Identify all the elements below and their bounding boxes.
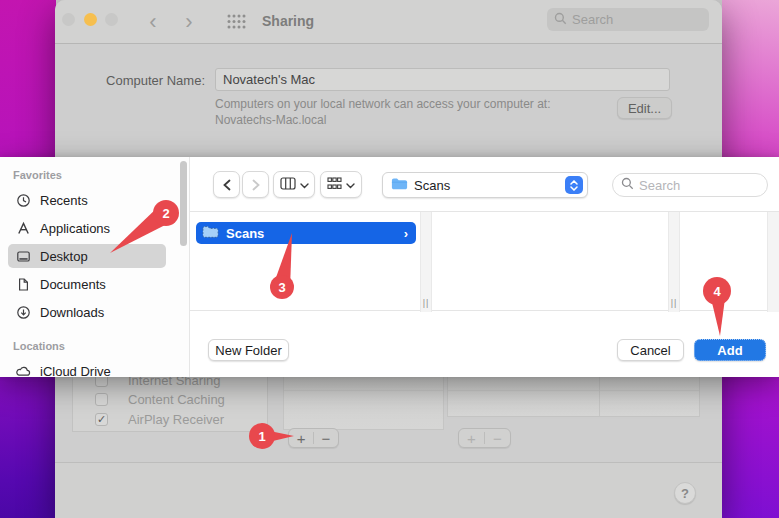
sidebar-item-label: Documents [40,277,106,292]
services-list: Internet Sharing Content Caching ✓ AirPl… [72,377,268,432]
service-detail-pane [447,377,700,417]
service-label: AirPlay Receiver [128,412,224,427]
downloads-icon [15,305,31,320]
folder-icon [202,224,219,242]
forward-button[interactable] [242,171,269,198]
add-service-button[interactable]: + [289,429,313,447]
service-row-internet-sharing[interactable]: Internet Sharing [73,377,267,390]
titlebar-forward-button[interactable]: › [176,8,202,36]
remove-item-button[interactable]: − [485,429,510,447]
column-resize-gutter[interactable]: || [420,212,432,312]
sidebar-item-recents[interactable]: Recents [8,188,166,212]
content-caching-checkbox[interactable] [95,393,108,406]
sidebar-item-label: Applications [40,221,110,236]
help-button[interactable]: ? [674,482,696,504]
view-mode-button[interactable] [273,171,315,198]
secondary-add-remove-group: + − [458,428,511,448]
desktop-icon [15,249,31,264]
computer-local-hostname: Novatechs-Mac.local [215,113,326,127]
service-row-content-caching[interactable]: Content Caching [73,390,267,409]
group-view-icon [327,177,342,193]
add-item-button[interactable]: + [459,429,484,447]
edit-button[interactable]: Edit... [617,97,672,119]
service-row-airplay-receiver[interactable]: ✓ AirPlay Receiver [73,410,267,429]
applications-icon [15,221,31,236]
internet-sharing-checkbox[interactable] [95,377,108,387]
service-detail-pane [283,377,444,430]
document-icon [15,277,31,292]
dialog-search-input[interactable] [639,178,759,193]
sidebar-item-downloads[interactable]: Downloads [8,300,166,324]
window-footer [55,463,722,518]
back-button[interactable] [213,171,240,198]
search-input[interactable] [572,12,702,27]
selected-folder-name: Scans [226,226,397,241]
service-label: Content Caching [128,392,225,407]
clock-icon [15,193,31,208]
location-popup-button[interactable]: Scans [382,172,588,198]
sidebar-item-label: iCloud Drive [40,364,111,378]
search-icon [554,11,567,29]
zoom-window-button[interactable] [105,13,118,26]
file-browser-main: Scans [190,157,779,377]
preferences-search-field[interactable] [547,8,709,31]
sidebar-item-desktop[interactable]: Desktop [8,244,166,268]
sidebar-item-label: Downloads [40,305,104,320]
sidebar-section-locations: Locations [13,340,65,352]
search-icon [621,176,634,194]
service-label: Internet Sharing [128,377,221,388]
chevron-down-icon [346,177,355,192]
titlebar: ‹ › Sharing [55,0,722,44]
column-resize-handle[interactable]: || [669,298,679,308]
chevron-down-icon [300,177,309,192]
column-view-icon [280,177,296,193]
sidebar-item-applications[interactable]: Applications [8,216,166,240]
new-folder-button[interactable]: New Folder [208,339,289,361]
add-button[interactable]: Add [694,339,766,361]
sidebar-scrollbar[interactable] [180,161,187,246]
sidebar-section-favorites: Favorites [13,169,62,181]
column-browser[interactable]: Scans › || || [190,211,779,311]
column-resize-gutter[interactable] [767,212,779,312]
show-all-grid-icon[interactable] [227,14,246,34]
column-resize-handle[interactable]: || [421,298,431,308]
folder-icon [391,176,408,194]
airplay-receiver-checkbox[interactable]: ✓ [95,413,108,426]
screen: ‹ › Sharing [0,0,779,518]
close-window-button[interactable] [62,13,75,26]
chevron-right-icon: › [404,226,408,241]
cloud-icon [15,364,31,378]
finder-sidebar: Favorites Recents Applications [0,157,190,377]
file-chooser-sheet: Favorites Recents Applications [0,157,779,377]
titlebar-back-button[interactable]: ‹ [140,8,166,36]
sidebar-item-label: Desktop [40,249,88,264]
sidebar-item-icloud-drive[interactable]: iCloud Drive [8,359,166,377]
popup-stepper-icon[interactable] [565,176,583,194]
sidebar-item-label: Recents [40,193,88,208]
cancel-button[interactable]: Cancel [617,339,684,361]
service-add-remove-group: + − [288,428,339,448]
computer-name-field[interactable] [215,68,670,91]
minimize-window-button[interactable] [84,13,97,26]
sidebar-item-documents[interactable]: Documents [8,272,166,296]
location-popup-value: Scans [414,178,559,193]
dialog-search-field[interactable] [612,173,768,197]
group-items-button[interactable] [320,171,362,198]
window-title: Sharing [262,13,314,29]
selected-folder-row[interactable]: Scans › [196,222,416,244]
computer-name-description: Computers on your local network can acce… [215,97,550,111]
computer-name-label: Computer Name: [93,73,205,88]
column-resize-gutter[interactable]: || [668,212,680,312]
remove-service-button[interactable]: − [314,429,338,447]
